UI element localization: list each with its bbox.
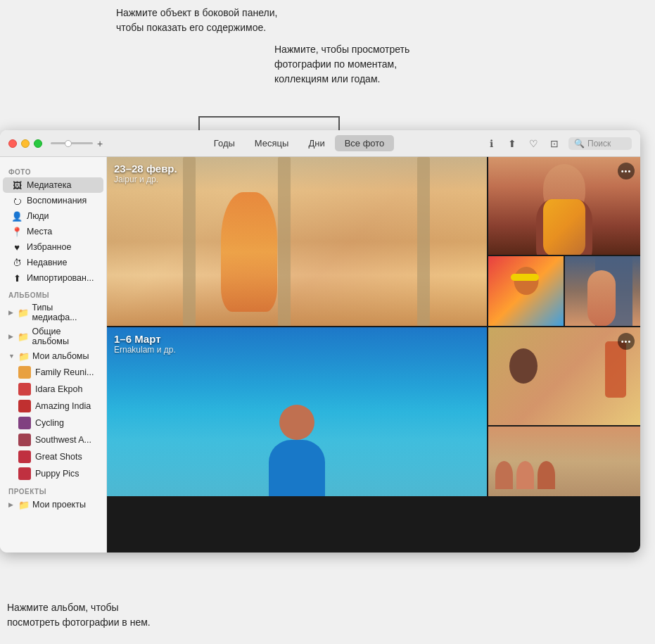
library-icon: 🖼 [11, 179, 23, 191]
zoom-slider-area: + [51, 138, 103, 149]
tab-years[interactable]: Годы [204, 135, 245, 151]
sidebar-item-imported[interactable]: ⬆ Импортирован... [3, 270, 103, 286]
chevron-right-icon: ▶ [8, 309, 15, 316]
sidebar-label-memories: Воспоминания [27, 196, 87, 206]
moment-1-header: 23–28 февр. Jaipur и др. [114, 163, 177, 184]
sidebar-group-my-albums[interactable]: ▼ 📁 Мои альбомы [3, 348, 103, 364]
sidebar-label-shared-albums: Общие альбомы [32, 327, 96, 346]
photo-pool-girl[interactable]: 1–6 Март Ernakulam и др. [107, 327, 487, 496]
photo-grid-area[interactable]: 23–28 февр. Jaipur и др. [107, 157, 640, 553]
sidebar-label-people: Люди [27, 211, 49, 221]
sidebar: Фото 🖼 Медиатека ⭮ Воспоминания 👤 Люди 📍… [0, 157, 107, 553]
folder-icon-projects: 📁 [18, 499, 30, 510]
more-icon-2: ••• [621, 337, 632, 346]
tab-months[interactable]: Месяцы [245, 135, 299, 151]
sidebar-item-library[interactable]: 🖼 Медиатека [3, 177, 103, 193]
sidebar-group-shared[interactable]: ▶ 📁 Общие альбомы [3, 324, 103, 348]
album-thumb-idara [18, 383, 31, 396]
photo-jaipur-main[interactable]: 23–28 февр. Jaipur и др. [107, 157, 487, 326]
sidebar-item-amazing-india[interactable]: Amazing India [3, 398, 103, 415]
close-button[interactable] [8, 139, 17, 148]
sidebar-label-my-projects: Мои проекты [32, 500, 86, 510]
sidebar-label-recent: Недавние [27, 258, 67, 267]
main-window: + Годы Месяцы Дни Все фото ℹ ⬆ ♡ ⊡ 🔍 Пои… [0, 130, 640, 553]
tab-all-photos[interactable]: Все фото [335, 135, 395, 151]
photo-women-group[interactable] [488, 427, 640, 496]
sidebar-label-media-types: Типы медиафа... [32, 303, 96, 322]
titlebar: + Годы Месяцы Дни Все фото ℹ ⬆ ♡ ⊡ 🔍 Пои… [0, 130, 640, 157]
moment-block-2: 1–6 Март Ernakulam и др. [107, 327, 640, 496]
photo-man-glasses[interactable] [488, 256, 564, 326]
sidebar-item-favorites[interactable]: ♥ Избранное [3, 239, 103, 255]
photo-man-flag[interactable]: ••• [488, 327, 640, 425]
sidebar-group-media-types[interactable]: ▶ 📁 Типы медиафа... [3, 301, 103, 324]
photo-woman-portrait[interactable]: ••• [488, 157, 640, 255]
sidebar-label-idara: Idara Ekpoh [35, 384, 82, 394]
sidebar-item-cycling[interactable]: Cycling [3, 415, 103, 431]
crop-icon[interactable]: ⊡ [547, 137, 561, 151]
sidebar-label-family-reunion: Family Reuni... [35, 367, 94, 377]
zoom-slider[interactable] [51, 142, 93, 144]
memories-icon: ⭮ [11, 195, 23, 206]
more-icon-1: ••• [621, 167, 632, 175]
sidebar-label-cycling: Cycling [35, 418, 64, 428]
maximize-button[interactable] [34, 139, 42, 148]
sidebar-label-imported: Импортирован... [27, 273, 94, 283]
section-header-albums: Альбомы [0, 286, 106, 301]
favorites-icon: ♥ [11, 241, 23, 253]
sidebar-label-great-shots: Great Shots [35, 452, 82, 462]
sidebar-item-southwest[interactable]: Southwest A... [3, 431, 103, 448]
more-button-1[interactable]: ••• [618, 163, 635, 179]
sidebar-item-memories[interactable]: ⭮ Воспоминания [3, 193, 103, 208]
sidebar-item-great-shots[interactable]: Great Shots [3, 448, 103, 465]
sidebar-label-southwest: Southwest A... [35, 435, 91, 445]
moment-2-place: Ernakulam и др. [114, 345, 176, 355]
sidebar-group-projects[interactable]: ▶ 📁 Мои проекты [3, 497, 103, 512]
bracket-line-left [198, 116, 200, 130]
recent-icon: ⏱ [11, 257, 23, 268]
moment-block-1: 23–28 февр. Jaipur и др. [107, 157, 640, 326]
zoom-plus-button[interactable]: + [97, 138, 103, 149]
toolbar-right: ℹ ⬆ ♡ ⊡ 🔍 Поиск [484, 137, 632, 151]
traffic-lights [8, 139, 42, 148]
annotation-top-right: Нажмите, чтобы просмотреть фотографии по… [274, 42, 409, 87]
search-label: Поиск [587, 139, 611, 149]
sidebar-label-favorites: Избранное [27, 242, 71, 252]
sidebar-item-family-reunion[interactable]: Family Reuni... [3, 364, 103, 381]
search-box[interactable]: 🔍 Поиск [568, 137, 632, 150]
album-thumb-family [18, 366, 31, 379]
sidebar-item-places[interactable]: 📍 Места [3, 224, 103, 239]
sidebar-item-puppy-pics[interactable]: Puppy Pics [3, 465, 103, 482]
imported-icon: ⬆ [11, 272, 23, 284]
content-area: Фото 🖼 Медиатека ⭮ Воспоминания 👤 Люди 📍… [0, 157, 640, 553]
folder-icon-my: 📁 [18, 351, 30, 362]
sidebar-item-people[interactable]: 👤 Люди [3, 208, 103, 224]
heart-icon[interactable]: ♡ [526, 137, 540, 151]
search-icon: 🔍 [574, 139, 585, 149]
sidebar-item-idara[interactable]: Idara Ekpoh [3, 381, 103, 398]
sidebar-item-recent[interactable]: ⏱ Недавние [3, 255, 103, 270]
album-thumb-puppy-pics [18, 467, 31, 480]
moment-1-date: 23–28 февр. [114, 163, 177, 175]
chevron-right-icon-2: ▶ [8, 333, 15, 340]
album-thumb-southwest [18, 434, 31, 446]
chevron-right-icon-3: ▶ [8, 501, 15, 508]
chevron-down-icon: ▼ [8, 353, 15, 360]
sidebar-label-my-albums: Мои альбомы [32, 351, 89, 361]
folder-icon-shared: 📁 [18, 331, 29, 342]
places-icon: 📍 [11, 226, 23, 237]
info-icon[interactable]: ℹ [484, 137, 498, 151]
zoom-slider-thumb[interactable] [65, 140, 72, 147]
share-icon[interactable]: ⬆ [505, 137, 519, 151]
annotation-top-left: Нажмите объект в боковой панели, чтобы п… [116, 6, 277, 35]
more-button-2[interactable]: ••• [618, 333, 635, 350]
album-thumb-cycling [18, 417, 31, 429]
bracket-line-right [338, 116, 340, 130]
photo-woman-doorway[interactable] [565, 256, 640, 326]
tab-group: Годы Месяцы Дни Все фото [114, 135, 484, 151]
tab-days[interactable]: Дни [298, 135, 334, 151]
sidebar-label-puppy-pics: Puppy Pics [35, 469, 80, 479]
minimize-button[interactable] [21, 139, 30, 148]
album-thumb-india [18, 400, 31, 412]
sidebar-label-places: Места [27, 227, 52, 236]
